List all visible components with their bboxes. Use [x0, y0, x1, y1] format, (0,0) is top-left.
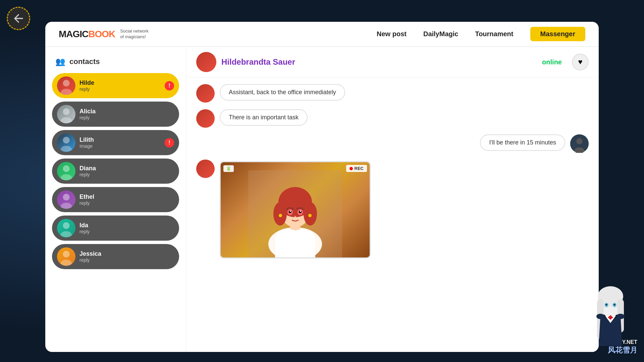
message-bubble: There is an important task	[220, 109, 308, 126]
contact-name-ida: Ida	[79, 222, 90, 229]
contact-info-ethel: Ethelreply	[79, 193, 94, 206]
watermark-character	[584, 279, 637, 339]
contact-sub-lilith: Image	[79, 143, 94, 149]
svg-point-35	[290, 210, 291, 212]
contact-avatar-lilith	[57, 133, 75, 152]
contact-info-hilde: Hildereply	[79, 79, 94, 92]
contact-item-alicia[interactable]: Aliciareply	[52, 102, 179, 127]
contact-sub-diana: reply	[79, 172, 96, 177]
contact-item-lilith[interactable]: LilithImage!	[52, 130, 179, 155]
svg-point-47	[613, 304, 615, 306]
contact-item-ida[interactable]: Idareply	[52, 216, 179, 241]
contact-item-hilde[interactable]: Hildereply!	[52, 73, 179, 98]
svg-point-4	[63, 108, 69, 115]
svg-point-13	[63, 194, 69, 200]
contact-avatar-diana	[57, 162, 75, 180]
message-row: There is an important task	[196, 109, 589, 128]
heart-button[interactable]: ♥	[572, 54, 589, 70]
nav-daily-magic[interactable]: DailyMagic	[423, 30, 458, 38]
contacts-icon: 👥	[55, 57, 65, 66]
own-avatar	[570, 134, 589, 153]
nav-messenger[interactable]: Massenger	[530, 27, 586, 41]
nav-tournament[interactable]: Tournament	[475, 30, 513, 38]
contact-avatar-ethel	[57, 190, 75, 209]
chat-area: Hildebrandta Sauer online ♥ Assistant, b…	[186, 47, 599, 352]
svg-point-10	[63, 165, 69, 172]
message-row: Assistant, back to the office immediatel…	[196, 84, 589, 103]
sender-avatar	[196, 109, 215, 128]
sidebar: 👥 contacts Hildereply! Aliciareply Lilit…	[45, 47, 186, 352]
logo: MAGICBOOK	[59, 29, 115, 40]
svg-point-29	[273, 202, 287, 226]
chat-header: Hildebrandta Sauer online ♥	[186, 47, 599, 77]
logo-book: BOOK	[88, 29, 115, 39]
notification-badge-hilde: !	[165, 81, 174, 90]
notification-badge-lilith: !	[165, 138, 174, 147]
content-area: 👥 contacts Hildereply! Aliciareply Lilit…	[45, 47, 599, 352]
contact-avatar-alicia	[57, 105, 75, 123]
contact-sub-hilde: reply	[79, 86, 94, 92]
video-message[interactable]: 🔋 REC	[220, 161, 371, 258]
svg-point-19	[63, 251, 69, 257]
svg-point-30	[304, 202, 317, 226]
contact-info-jessica: Jessicareply	[79, 250, 101, 263]
sender-avatar-video	[196, 160, 215, 178]
contacts-label: contacts	[69, 57, 100, 66]
svg-point-7	[63, 137, 69, 143]
nav-header: MAGICBOOK Social networkof magicians! Ne…	[45, 22, 599, 47]
nav-new-post[interactable]: New post	[377, 30, 407, 38]
contact-info-diana: Dianareply	[79, 165, 96, 177]
svg-point-38	[279, 214, 282, 217]
contact-info-alicia: Aliciareply	[79, 108, 96, 120]
main-container: MAGICBOOK Social networkof magicians! Ne…	[45, 22, 599, 352]
back-button[interactable]	[7, 7, 30, 30]
video-character	[248, 170, 342, 257]
svg-point-16	[63, 222, 69, 229]
rec-badge: REC	[346, 165, 367, 172]
contact-sub-alicia: reply	[79, 115, 96, 120]
svg-point-1	[63, 80, 69, 86]
contact-name-diana: Diana	[79, 165, 96, 172]
contact-info-ida: Idareply	[79, 222, 90, 234]
svg-point-36	[300, 210, 301, 212]
contact-sub-ida: reply	[79, 229, 90, 234]
online-status: online	[542, 58, 562, 66]
contact-item-diana[interactable]: Dianareply	[52, 159, 179, 184]
svg-point-46	[605, 304, 607, 306]
svg-point-48	[596, 314, 604, 319]
logo-subtitle: Social networkof magicians!	[120, 28, 149, 40]
watermark-brand: 风花雪月	[608, 345, 637, 355]
message-bubble: Assistant, back to the office immediatel…	[220, 84, 345, 101]
contact-name-jessica: Jessica	[79, 250, 101, 257]
rec-label: REC	[355, 166, 364, 171]
nav-links: New post DailyMagic Tournament Massenger	[377, 27, 585, 41]
logo-magic: MAGIC	[59, 29, 88, 39]
contact-name-alicia: Alicia	[79, 108, 96, 115]
svg-point-49	[616, 314, 625, 319]
contact-sub-jessica: reply	[79, 257, 101, 263]
contact-item-jessica[interactable]: Jessicareply	[52, 244, 179, 269]
chat-avatar	[196, 52, 216, 72]
contact-info-lilith: LilithImage	[79, 136, 94, 149]
contact-item-ethel[interactable]: Ethelreply	[52, 187, 179, 212]
contact-name-hilde: Hilde	[79, 79, 94, 86]
contact-name-lilith: Lilith	[79, 136, 94, 143]
svg-point-39	[308, 214, 312, 217]
watermark: FH-XY.NET 风花雪月	[584, 279, 637, 355]
battery-indicator: 🔋	[223, 165, 234, 172]
contact-avatar-ida	[57, 219, 75, 237]
own-message-bubble: I'll be there in 15 minutes	[480, 134, 565, 151]
sidebar-title: 👥 contacts	[52, 57, 179, 66]
contact-name-ethel: Ethel	[79, 193, 94, 200]
svg-point-22	[576, 138, 582, 144]
contact-avatar-hilde	[57, 76, 75, 95]
message-row-own: I'll be there in 15 minutes	[196, 134, 589, 153]
message-row-video: 🔋 REC	[196, 160, 589, 258]
chat-username: Hildebrandta Sauer	[221, 57, 295, 67]
chat-scroll[interactable]: Assistant, back to the office immediatel…	[186, 77, 599, 352]
sender-avatar	[196, 84, 215, 103]
logo-area: MAGICBOOK Social networkof magicians!	[59, 28, 149, 40]
contact-sub-ethel: reply	[79, 200, 94, 206]
svg-point-37	[294, 216, 296, 217]
rec-dot	[350, 167, 353, 170]
